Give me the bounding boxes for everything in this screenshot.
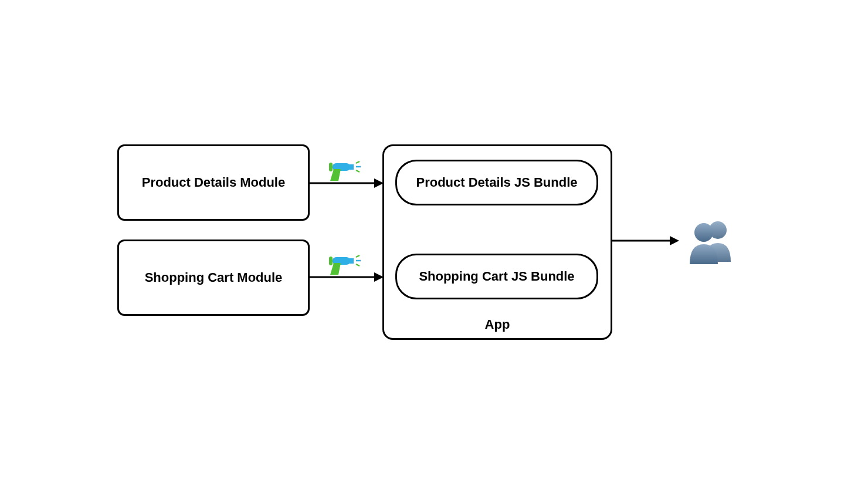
app-label: App <box>384 317 611 332</box>
shopping-cart-module-box: Shopping Cart Module <box>117 240 310 316</box>
raygun-icon <box>321 251 368 278</box>
svg-point-19 <box>694 223 713 242</box>
svg-line-14 <box>356 255 360 257</box>
product-details-bundle-box: Product Details JS Bundle <box>395 160 598 205</box>
product-details-module-label: Product Details Module <box>142 175 285 190</box>
svg-line-10 <box>356 170 360 172</box>
users-icon <box>685 217 737 265</box>
svg-line-8 <box>356 161 360 163</box>
shopping-cart-module-label: Shopping Cart Module <box>145 270 283 285</box>
svg-marker-3 <box>374 272 384 282</box>
svg-marker-5 <box>670 236 679 245</box>
svg-rect-11 <box>329 163 333 171</box>
svg-line-16 <box>356 264 360 266</box>
svg-marker-1 <box>374 178 384 188</box>
architecture-diagram: Product Details Module Shopping Cart Mod… <box>0 0 868 489</box>
shopping-cart-bundle-box: Shopping Cart JS Bundle <box>395 254 598 299</box>
svg-rect-17 <box>329 257 333 265</box>
product-details-bundle-label: Product Details JS Bundle <box>416 175 577 190</box>
svg-rect-7 <box>349 164 354 170</box>
raygun-icon <box>321 157 368 184</box>
arrow-app-to-users <box>612 234 683 248</box>
shopping-cart-bundle-label: Shopping Cart JS Bundle <box>419 269 574 284</box>
product-details-module-box: Product Details Module <box>117 144 310 221</box>
svg-rect-13 <box>349 258 354 264</box>
